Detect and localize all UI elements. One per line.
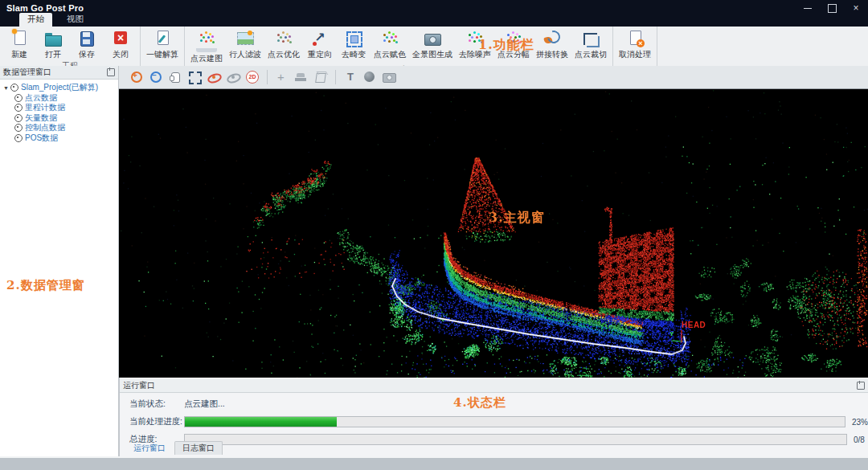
ribbon-button-pointcloud-colorize[interactable]: 点云赋色 — [371, 28, 409, 65]
cube-view-icon[interactable] — [313, 69, 329, 85]
zoom-out-icon[interactable] — [148, 69, 164, 85]
close-red-icon — [110, 29, 131, 48]
open-folder-icon — [43, 29, 63, 48]
tree-item-4[interactable]: POS数据 — [14, 133, 118, 144]
tree-item-label: POS数据 — [25, 133, 58, 144]
ribbon-button-one-click-solve[interactable]: 一键解算 — [143, 28, 182, 61]
ribbon-tab-0[interactable]: 开始 — [19, 13, 52, 27]
orbit-free-icon[interactable] — [225, 69, 241, 85]
eye-icon[interactable] — [14, 104, 23, 112]
fit-extent-icon[interactable] — [186, 69, 203, 85]
total-progressbar — [184, 434, 847, 445]
run-tab-1[interactable]: 日志窗口 — [174, 441, 223, 455]
run-panel: 运行窗口 当前状态: 点云建图... 4.状态栏 当前处理进度: 23% 总进度… — [119, 378, 868, 456]
status-value: 点云建图... — [184, 398, 225, 410]
view-2d-icon[interactable] — [244, 69, 260, 85]
current-progress-value: 23% — [852, 418, 868, 427]
ribbon-button-label: 关闭 — [113, 49, 129, 60]
tree-item-3[interactable]: 控制点数据 — [14, 123, 118, 133]
toolbar-separator — [267, 70, 268, 84]
save-disk-icon — [76, 29, 97, 48]
ribbon-button-reorient[interactable]: ↗重定向 — [303, 28, 337, 65]
ribbon-group-1: 一键解算 — [141, 27, 185, 66]
maximize-icon — [828, 4, 837, 13]
pedestrian-filter-icon — [235, 29, 256, 48]
ribbon-button-label: 点云裁切 — [575, 49, 607, 60]
title-bar: Slam Go Post Pro × — [0, 0, 868, 16]
ribbon-button-pointcloud-map[interactable]: 点云建图 — [187, 28, 226, 65]
pin-icon[interactable] — [107, 68, 115, 76]
tree-project-row[interactable]: ▼ Slam_Project(已解算) — [3, 83, 118, 93]
orbit-icon[interactable] — [206, 69, 222, 85]
new-file-icon — [9, 29, 30, 48]
ribbon-button-label: 保存 — [79, 49, 95, 60]
run-panel-tabs: 运行窗口日志窗口 — [120, 443, 224, 455]
ribbon-button-pointcloud-crop[interactable]: 点云裁切 — [571, 28, 610, 65]
current-progressbar — [184, 416, 845, 427]
ribbon-tab-1[interactable]: 视图 — [59, 13, 92, 27]
eye-icon[interactable] — [14, 94, 23, 102]
trajectory-head-label: HEAD — [682, 321, 706, 329]
cancel-process-icon — [624, 29, 645, 48]
data-panel-title: 数据管理窗口 — [3, 67, 51, 78]
caret-down-icon[interactable]: ▼ — [3, 85, 10, 91]
ribbon-group-0: 新建打开保存关闭工程 — [0, 27, 141, 66]
data-panel-header: 数据管理窗口 — [0, 66, 118, 80]
measure-icon[interactable] — [293, 69, 309, 85]
profile-tool-icon[interactable] — [342, 69, 358, 85]
ribbon-button-cancel-process[interactable]: 取消处理 — [616, 28, 654, 61]
eye-icon[interactable] — [14, 124, 23, 132]
snapshot-icon[interactable] — [381, 69, 397, 85]
tree-item-2[interactable]: 矢量数据 — [14, 113, 118, 124]
pointcloud-canvas[interactable] — [119, 89, 868, 378]
run-panel-header: 运行窗口 — [120, 378, 868, 393]
pointcloud-colorize-icon — [379, 29, 400, 48]
eye-icon[interactable] — [14, 114, 23, 122]
ribbon-button-label: 重定向 — [308, 49, 332, 60]
ribbon-button-panorama-generate[interactable]: 全景图生成 — [409, 28, 456, 65]
pointcloud-crop-icon — [580, 29, 601, 48]
run-tab-0[interactable]: 运行窗口 — [126, 442, 173, 455]
close-button[interactable]: × — [844, 0, 868, 16]
ribbon-button-label: 取消处理 — [619, 49, 651, 60]
ribbon-button-pedestrian-filter[interactable]: 行人滤波 — [226, 28, 264, 65]
ribbon-button-close-red[interactable]: 关闭 — [104, 28, 137, 61]
ribbon-button-label: 去畸变 — [342, 49, 366, 60]
tree-children: 点云数据里程计数据矢量数据控制点数据POS数据 — [3, 93, 118, 144]
eye-icon[interactable] — [14, 134, 23, 142]
ribbon-button-undistort[interactable]: 去畸变 — [337, 28, 371, 65]
annotation-viewport: 3.主视窗 — [489, 210, 545, 227]
tree-item-0[interactable]: 点云数据 — [14, 93, 118, 104]
ribbon-button-open-folder[interactable]: 打开 — [36, 28, 70, 61]
minimize-button[interactable] — [796, 0, 820, 16]
ribbon-group-2: 点云建图行人滤波点云优化↗重定向去畸变点云赋色全景图生成去除噪声点云分幅拼接转换… — [185, 27, 613, 66]
bottom-status-strip — [0, 456, 868, 470]
ribbon-button-label: 一键解算 — [146, 49, 178, 60]
ribbon-button-merge-convert[interactable]: 拼接转换 — [533, 28, 571, 65]
pan-icon[interactable] — [167, 69, 183, 85]
maximize-button[interactable] — [820, 0, 844, 16]
pin-icon[interactable] — [857, 382, 865, 390]
ribbon-button-label: 点云优化 — [268, 49, 300, 60]
viewport-toolbar — [119, 66, 868, 89]
zoom-in-icon[interactable] — [129, 69, 145, 85]
annotation-data-panel: 2.数据管理窗 — [6, 278, 85, 293]
ribbon-button-pointcloud-optimize[interactable]: 点云优化 — [264, 28, 303, 65]
sphere-view-icon[interactable] — [362, 69, 378, 85]
one-click-solve-icon — [152, 29, 173, 48]
undistort-icon — [343, 29, 364, 48]
ribbon-button-label: 新建 — [11, 49, 27, 60]
ribbon-button-label: 点云赋色 — [374, 49, 406, 60]
ribbon-group-3: 取消处理 — [613, 27, 657, 66]
tree-item-1[interactable]: 里程计数据 — [14, 103, 118, 113]
ribbon-tab-bar: 开始视图 — [0, 16, 868, 27]
pointcloud-map-icon — [196, 29, 217, 52]
total-progress-value: 0/8 — [854, 435, 865, 444]
ribbon-button-new-file[interactable]: 新建 — [2, 28, 36, 61]
current-progress-label: 当前处理进度: — [129, 416, 184, 427]
pick-point-icon[interactable] — [274, 69, 290, 85]
main-viewport[interactable]: 3.主视窗 HEAD Y — [119, 89, 868, 378]
eye-icon[interactable] — [10, 84, 18, 92]
ribbon-toolbar: 新建打开保存关闭工程一键解算点云建图行人滤波点云优化↗重定向去畸变点云赋色全景图… — [0, 27, 868, 67]
ribbon-button-save-disk[interactable]: 保存 — [70, 28, 104, 61]
